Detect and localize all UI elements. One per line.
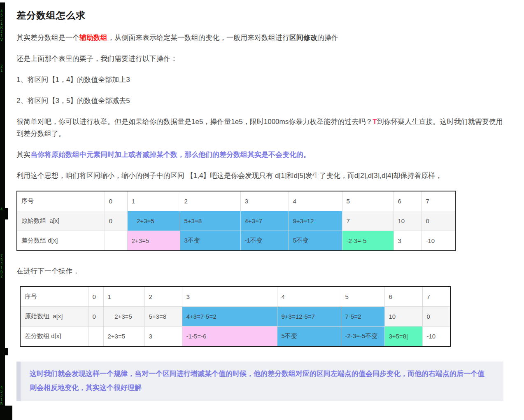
header-cell: 序号 (17, 191, 105, 211)
table-cell: 3 (144, 327, 182, 347)
table-cell-editing[interactable]: 3+5=8| (384, 327, 422, 347)
header-cell: 3 (240, 191, 289, 211)
header-cell: 4 (289, 191, 342, 211)
table-row: 差分数组 d[x]2+3=53不变-1不变5不变-2-3=-53-10 (17, 231, 455, 251)
row-label: 差分数组 d[x] (17, 231, 105, 251)
text-run: 其实差分数组是一个 (16, 34, 79, 42)
paragraph-example-lead: 还是上面那个表里的栗子，我们需要进行以下操作： (16, 53, 503, 65)
article: 差分数组怎么求 其实差分数组是一个辅助数组，从侧面来表示给定某一数组的变化，一般… (5, 0, 524, 401)
table-row: 原始数组 a[x]0 2+3=55+3=84+3=79+3=127100 (17, 211, 455, 231)
text-run-red: T (373, 118, 377, 126)
header-cell: 6 (394, 191, 422, 211)
paragraph-op2: 2、将区间【3，5】的数值全部减去5 (16, 95, 503, 107)
terminal-glyphs: 45J1R21V (0, 9, 5, 42)
table-cell: 3 (394, 231, 422, 251)
table-cell: -1-5=-6 (182, 327, 277, 347)
text-run-red: 辅助数组 (79, 34, 107, 42)
terminal-glyphs: 75J1B2 (0, 254, 5, 278)
text-run-bold: 区间修改 (289, 34, 317, 42)
table-cell: 9+3=12-5=7 (277, 307, 341, 327)
table-cell: 4+3=7-5=2 (182, 307, 277, 327)
text-run: 很简单对吧，你可以进行枚举。但是如果给你的数据量是1e5，操作量1e5，限时10… (16, 118, 373, 126)
table-cell: 0 (88, 307, 103, 327)
paragraph-shrink-interval: 利用这个思想，咱们将区间缩小，缩小的例子中的区间 【1,4】吧这是你会发现只有 … (16, 170, 503, 182)
paragraph-next-op: 在进行下一个操作， (16, 265, 503, 277)
table-cell: -2-3=-5不变 (341, 327, 384, 347)
diff-array-table-2: 序号01234567原始数组 a[x]0 2+3=55+3=84+3=7-5=2… (20, 286, 451, 347)
table-cell: -1不变 (240, 231, 289, 251)
table-cell (88, 327, 103, 347)
header-cell: 0 (105, 191, 127, 211)
terminal-glyphs: 21 (0, 64, 5, 72)
table-cell: 7 (342, 211, 394, 231)
table-cell: 5不变 (277, 327, 341, 347)
table-cell: 0 (422, 307, 450, 327)
row-label: 原始数组 a[x] (20, 307, 88, 327)
table-cell: 2+3=5 (103, 307, 144, 327)
paragraph-complexity: 很简单对吧，你可以进行枚举。但是如果给你的数据量是1e5，操作量1e5，限时10… (16, 116, 503, 140)
diff-array-table-1: 序号01234567原始数组 a[x]0 2+3=55+3=84+3=79+3=… (16, 191, 456, 251)
header-cell: 0 (88, 287, 103, 307)
table-row: 原始数组 a[x]0 2+3=55+3=84+3=7-5=29+3=12-5=7… (20, 307, 450, 327)
header-cell: 2 (144, 287, 182, 307)
table-row: 差分数组 d[x]2+3=53-1-5=-65不变-2-3=-5不变3+5=8|… (20, 327, 450, 347)
table-cell (105, 231, 127, 251)
table-cell: 5不变 (289, 231, 342, 251)
table-header-row: 序号01234567 (20, 287, 450, 307)
header-cell: 7 (422, 287, 450, 307)
row-label: 差分数组 d[x] (20, 327, 88, 347)
table-cell: 5+3=8 (144, 307, 182, 327)
table-cell: 9+3=12 (289, 211, 342, 231)
header-cell: 5 (341, 287, 384, 307)
header-cell: 1 (127, 191, 180, 211)
table-cell: -10 (422, 231, 455, 251)
table-cell: 2+3=5 (127, 211, 180, 231)
text-run-purple: 当你将原始数组中元素同时加上或者减掉某个数，那么他们的差分数组其实是不会变化的。 (30, 151, 310, 159)
table-header-row: 序号01234567 (17, 191, 455, 211)
table-cell: 0 (422, 211, 455, 231)
table-cell: 2+3=5 (127, 231, 180, 251)
header-cell: 序号 (20, 287, 88, 307)
header-cell: 6 (384, 287, 422, 307)
table-cell: 4+3=7 (240, 211, 289, 231)
table-cell: 0 (105, 211, 127, 231)
text-run: 的操作 (317, 34, 338, 42)
window-notch (0, 406, 12, 420)
paragraph-op1: 1、将区间【1，4】的数值全部加上3 (16, 74, 503, 86)
header-cell: 4 (277, 287, 341, 307)
header-cell: 7 (422, 191, 455, 211)
header-cell: 2 (180, 191, 240, 211)
table-cell: 7-5=2 (341, 307, 384, 327)
header-cell: 3 (182, 287, 277, 307)
highlight-note: 这时我们就会发现这样一个规律，当对一个区间进行增减某个值的时候，他的差分数组对应… (16, 362, 503, 401)
text-run: 其实 (16, 151, 30, 159)
table-cell: 5+3=8 (180, 211, 240, 231)
table-cell: 10 (394, 211, 422, 231)
terminal-glyphs: 4 (0, 207, 5, 211)
text-run: ，从侧面来表示给定某一数组的变化，一般用来对数组进行 (107, 34, 289, 42)
table-cell: -2-3=-5 (342, 231, 394, 251)
page-title: 差分数组怎么求 (16, 9, 503, 22)
header-cell: 5 (342, 191, 394, 211)
table-cell: 10 (384, 307, 422, 327)
paragraph-intro: 其实差分数组是一个辅助数组，从侧面来表示给定某一数组的变化，一般用来对数组进行区… (16, 32, 503, 44)
note-text: 这时我们就会发现这样一个规律，当对一个区间进行增减某个值的时候，他的差分数组对应… (30, 370, 484, 392)
table-cell: -10 (422, 327, 450, 347)
header-cell: 1 (103, 287, 144, 307)
table-cell: 2+3=5 (103, 327, 144, 347)
background-terminal-strip: 45J1R21V21475J1B245J1R2V1 (0, 2, 5, 418)
table-cell: 3不变 (180, 231, 240, 251)
paragraph-key-idea: 其实当你将原始数组中元素同时加上或者减掉某个数，那么他们的差分数组其实是不会变化… (16, 149, 503, 161)
row-label: 原始数组 a[x] (17, 211, 105, 231)
